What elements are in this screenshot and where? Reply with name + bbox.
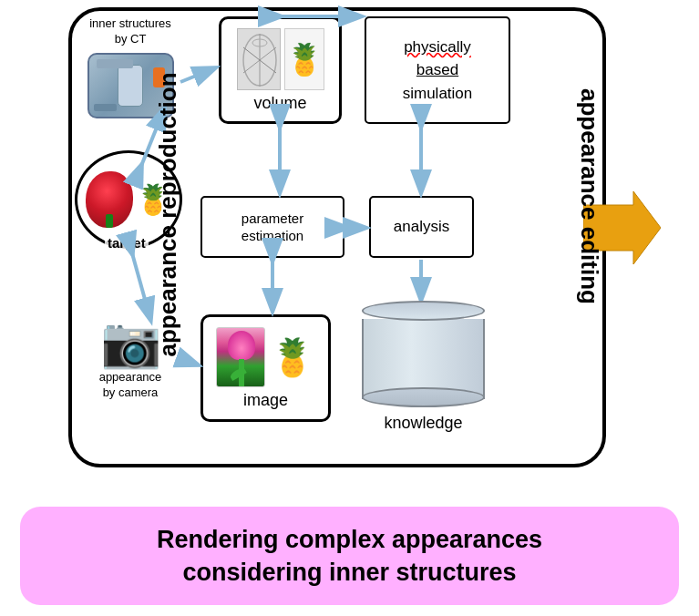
simulation-text: physically based simulation (403, 36, 473, 106)
target-label: target (105, 235, 149, 251)
param-label: parameterestimation (242, 210, 303, 245)
bottom-banner: Rendering complex appearancesconsidering… (20, 507, 679, 605)
pineapple-image: 🍍 (270, 339, 315, 375)
volume-box: 🍍 volume (219, 16, 342, 124)
knowledge-label: knowledge (384, 414, 462, 433)
analysis-box: analysis (369, 196, 474, 258)
simulation-text-label: simulation (403, 85, 473, 102)
param-box: parameterestimation (200, 196, 344, 258)
pineapple-volume: 🍍 (284, 28, 324, 90)
left-label: appearance reproduction (154, 72, 182, 356)
rose-image (86, 171, 133, 228)
knowledge-cylinder: knowledge (362, 301, 485, 433)
analysis-label: analysis (394, 218, 449, 236)
right-label: appearance editing (575, 88, 603, 304)
simulation-box: physically based simulation (365, 16, 510, 124)
based-text: based (416, 61, 458, 78)
ct-label: inner structuresby CT (80, 16, 180, 47)
image-label: image (243, 391, 288, 410)
physically-text: physically (404, 38, 471, 56)
image-box: 🍍 image (200, 314, 331, 422)
xray-image (237, 28, 281, 90)
camera-label: appearanceby camera (80, 370, 180, 401)
volume-label: volume (253, 94, 306, 113)
banner-text: Rendering complex appearancesconsidering… (157, 523, 542, 590)
tulip-image (216, 327, 265, 387)
